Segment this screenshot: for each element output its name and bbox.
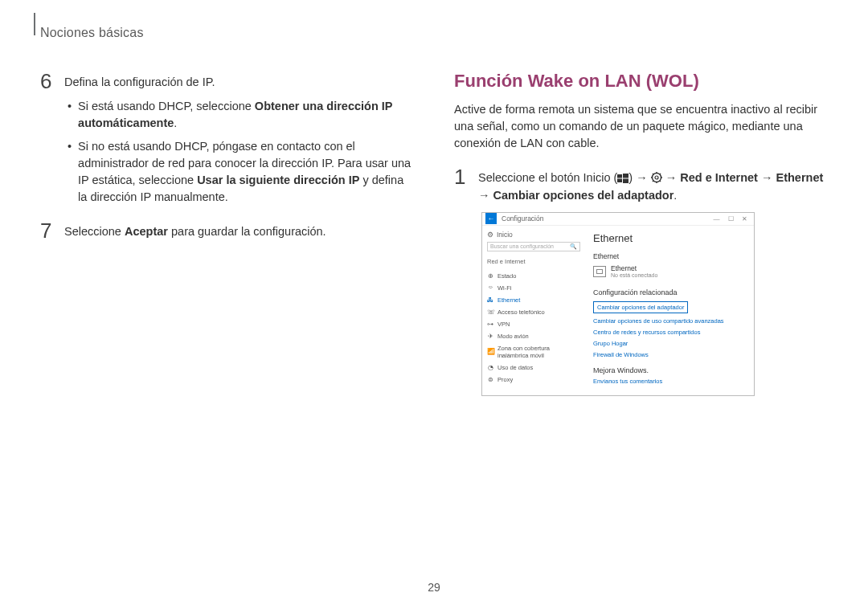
windows-settings-screenshot: ← Configuración — ☐ ✕ ⚙Inicio Buscar una… (481, 212, 755, 396)
sidebar-item-wifi: ⌔Wi-Fi (487, 282, 580, 294)
settings-main: Ethernet Ethernet Ethernet No está conec… (585, 226, 754, 395)
adapter-name: Ethernet (611, 265, 657, 272)
sub-heading: Ethernet (593, 252, 746, 260)
back-button-icon: ← (485, 213, 497, 224)
wifi-icon: ⌔ (487, 284, 493, 292)
step-text: Seleccione el botón Inicio () → → Red e … (478, 166, 828, 204)
left-column: 6 Defina la configuración de IP. • Si es… (40, 71, 414, 396)
settings-search: Buscar una configuración 🔍 (487, 242, 580, 251)
settings-gear-icon (651, 171, 662, 187)
sidebar-item-zona: 📶Zona con cobertura inalámbrica móvil (487, 342, 580, 362)
ethernet-adapter-card: Ethernet No está conectado (593, 265, 746, 279)
sidebar-item-proxy: ⊜Proxy (487, 374, 580, 386)
proxy-icon: ⊜ (487, 376, 493, 383)
win-titlebar: ← Configuración — ☐ ✕ (482, 213, 754, 226)
sidebar-category: Red e Internet (487, 258, 580, 265)
bullet-text: Si está usando DHCP, seleccione Obtener … (78, 98, 414, 132)
link-feedback: Envíanos tus comentarios (593, 378, 746, 385)
svg-line-10 (653, 174, 653, 174)
airplane-icon: ✈ (487, 333, 493, 340)
sidebar-item-modoavion: ✈Modo avión (487, 330, 580, 342)
section-intro: Active de forma remota un sistema que se… (454, 101, 828, 152)
search-icon: 🔍 (570, 243, 577, 250)
right-column: Función Wake on LAN (WOL) Active de form… (454, 71, 828, 396)
bullet-dot: • (68, 98, 72, 132)
step-6: 6 Defina la configuración de IP. • Si es… (40, 71, 414, 212)
link-homegroup: Grupo Hogar (593, 340, 746, 347)
bullet-item: • Si no está usando DHCP, póngase en con… (68, 138, 414, 206)
main-heading: Ethernet (593, 232, 746, 244)
status-icon: ⊕ (487, 272, 493, 280)
step-lead: Defina la configuración de IP. (64, 74, 414, 90)
svg-line-13 (660, 174, 661, 174)
step-number: 1 (454, 166, 470, 204)
settings-sidebar: ⚙Inicio Buscar una configuración 🔍 Red e… (482, 226, 585, 395)
sidebar-item-usodatos: ◔Uso de datos (487, 362, 580, 374)
step-text: Seleccione Aceptar para guardar la confi… (64, 220, 326, 241)
svg-rect-2 (617, 179, 622, 183)
dialup-icon: ☏ (487, 309, 493, 316)
vpn-icon: ⊶ (487, 321, 493, 328)
breadcrumb: Nociones básicas (40, 26, 828, 40)
window-controls: — ☐ ✕ (714, 215, 751, 223)
related-heading: Configuración relacionada (593, 288, 746, 296)
ethernet-adapter-icon (593, 266, 606, 277)
win-app-title: Configuración (502, 215, 714, 223)
search-placeholder: Buscar una configuración (490, 243, 554, 249)
link-firewall: Firewall de Windows (593, 351, 746, 358)
step-1: 1 Seleccione el botón Inicio () → → Red … (454, 166, 828, 204)
sidebar-item-ethernet: 🖧Ethernet (487, 294, 580, 306)
step-number: 7 (40, 220, 56, 241)
hotspot-icon: 📶 (487, 348, 493, 355)
svg-line-12 (653, 181, 653, 182)
step-7: 7 Seleccione Aceptar para guardar la con… (40, 220, 414, 241)
sidebar-item-acceso: ☏Acceso telefónico (487, 306, 580, 318)
bullet-text: Si no está usando DHCP, póngase en conta… (78, 138, 414, 206)
ethernet-icon: 🖧 (487, 296, 493, 304)
step-number: 6 (40, 71, 56, 212)
link-advanced-sharing: Cambiar opciones de uso compartido avanz… (593, 317, 746, 325)
svg-rect-0 (617, 174, 622, 178)
gear-icon: ⚙ (487, 231, 493, 239)
sidebar-home: ⚙Inicio (487, 231, 580, 239)
svg-line-11 (660, 181, 661, 182)
svg-point-5 (655, 176, 658, 179)
link-network-center: Centro de redes y recursos compartidos (593, 329, 746, 336)
sidebar-item-estado: ⊕Estado (487, 270, 580, 282)
adapter-state: No está conectado (611, 272, 657, 279)
header-rule (34, 13, 35, 35)
datausage-icon: ◔ (487, 364, 493, 371)
link-change-adapter-options: Cambiar opciones del adaptador (593, 301, 688, 313)
section-title: Función Wake on LAN (WOL) (454, 71, 828, 92)
improve-heading: Mejora Windows. (593, 366, 746, 374)
bullet-item: • Si está usando DHCP, seleccione Obtene… (68, 98, 414, 132)
windows-start-icon (617, 171, 628, 187)
page-number: 29 (428, 581, 440, 594)
sidebar-item-vpn: ⊶VPN (487, 318, 580, 330)
bullet-dot: • (68, 138, 72, 206)
